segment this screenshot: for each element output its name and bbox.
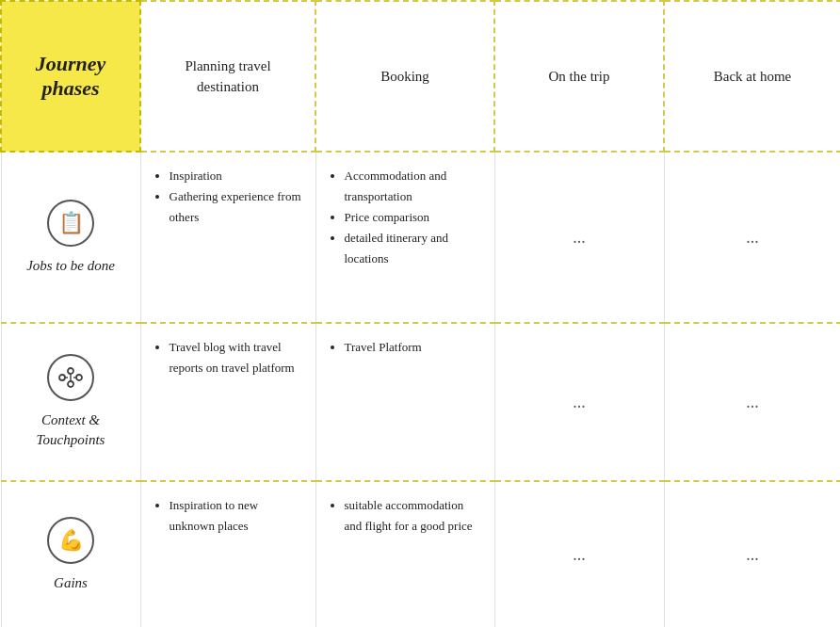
context-row-label: Context & Touchpoints xyxy=(1,323,140,481)
phase-header-planning: Planning travel destination xyxy=(140,1,315,152)
list-item: Price comparison xyxy=(345,207,481,228)
list-item: Gathering experience from others xyxy=(170,186,302,228)
gains-icon: 💪 xyxy=(47,517,94,564)
context-planning-list: Travel blog with travel reports on trave… xyxy=(154,337,302,378)
ellipsis-text: ... xyxy=(573,545,586,564)
svg-point-3 xyxy=(68,381,73,387)
ellipsis-text: ... xyxy=(746,545,759,564)
phase-header-on-trip: On the trip xyxy=(494,1,664,152)
ellipsis-text: ... xyxy=(573,228,586,247)
list-item: suitable accommodation and flight for a … xyxy=(345,495,481,537)
ellipsis-text: ... xyxy=(746,393,759,411)
gains-booking-list: suitable accommodation and flight for a … xyxy=(330,495,481,537)
svg-point-1 xyxy=(68,368,73,374)
list-item: Travel blog with travel reports on trave… xyxy=(170,337,302,378)
gains-on-trip-cell: ... xyxy=(494,481,664,627)
jobs-booking-cell: Accommodation and transportation Price c… xyxy=(315,152,494,323)
jobs-planning-cell: Inspiration Gathering experience from ot… xyxy=(140,152,315,323)
gains-planning-list: Inspiration to new unknown places xyxy=(154,495,302,537)
jobs-row-label: 📋 Jobs to be done xyxy=(1,152,140,323)
jobs-booking-list: Accommodation and transportation Price c… xyxy=(330,166,481,269)
jobs-back-home-cell: ... xyxy=(664,152,840,323)
context-booking-list: Travel Platform xyxy=(330,337,481,358)
list-item: Inspiration xyxy=(170,166,302,186)
list-item: Travel Platform xyxy=(345,337,481,358)
context-on-trip-cell: ... xyxy=(494,323,664,481)
ellipsis-text: ... xyxy=(573,393,586,411)
phase-header-booking: Booking xyxy=(315,1,494,152)
phase-back-home-label: Back at home xyxy=(714,69,791,84)
phase-on-trip-label: On the trip xyxy=(549,69,610,84)
gains-label: Gains xyxy=(54,573,88,593)
gains-booking-cell: suitable accommodation and flight for a … xyxy=(315,481,494,627)
phase-planning-label: Planning travel destination xyxy=(185,58,270,95)
svg-point-0 xyxy=(59,375,65,380)
gains-back-home-cell: ... xyxy=(664,481,840,627)
context-planning-cell: Travel blog with travel reports on trave… xyxy=(140,323,315,481)
gains-row-label: 💪 Gains xyxy=(1,481,140,627)
context-label: Context & Touchpoints xyxy=(9,410,133,450)
list-item: detailed itinerary and locations xyxy=(345,228,481,269)
list-item: Accommodation and transportation xyxy=(345,166,481,207)
context-back-home-cell: ... xyxy=(664,323,840,481)
journey-phases-header: Journey phases xyxy=(1,1,140,152)
clipboard-icon: 📋 xyxy=(47,200,94,247)
jobs-on-trip-cell: ... xyxy=(494,152,664,323)
jobs-planning-list: Inspiration Gathering experience from ot… xyxy=(154,166,302,228)
jobs-label: Jobs to be done xyxy=(26,256,115,276)
phase-header-back-home: Back at home xyxy=(664,1,840,152)
phase-booking-label: Booking xyxy=(380,69,429,84)
svg-point-2 xyxy=(76,375,82,380)
journey-phases-title: Journey phases xyxy=(36,52,106,100)
context-booking-cell: Travel Platform xyxy=(315,323,494,481)
network-icon xyxy=(47,354,94,401)
gains-planning-cell: Inspiration to new unknown places xyxy=(140,481,315,627)
ellipsis-text: ... xyxy=(746,228,759,247)
list-item: Inspiration to new unknown places xyxy=(170,495,302,537)
